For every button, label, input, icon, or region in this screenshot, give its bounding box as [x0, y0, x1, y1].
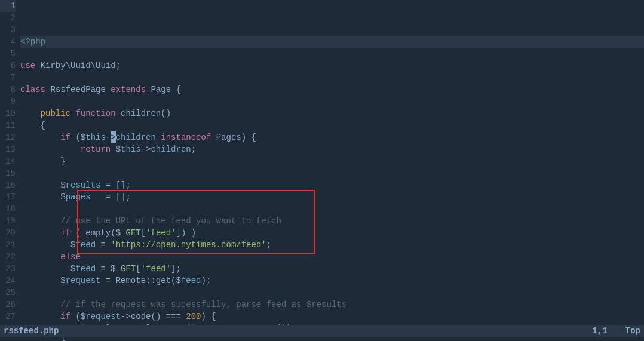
code-line[interactable]: if ($this->children instanceof Pages) {	[20, 131, 644, 143]
line-number: 22	[0, 251, 16, 263]
status-cursor-pos: 1,1	[593, 325, 608, 337]
line-number: 11	[0, 119, 16, 131]
code-line[interactable]: $results = [];	[20, 179, 644, 191]
line-number: 16	[0, 179, 16, 191]
code-line[interactable]	[20, 203, 644, 215]
line-number: 21	[0, 239, 16, 251]
line-number: 4	[0, 36, 16, 48]
line-number: 1	[0, 0, 16, 12]
code-line[interactable]: class RssfeedPage extends Page {	[20, 84, 644, 96]
code-line[interactable]: return $this->children;	[20, 143, 644, 155]
line-number: 13	[0, 143, 16, 155]
code-line[interactable]	[20, 96, 644, 107]
code-line[interactable]: $feed = 'https://open.nytimes.com/feed';	[20, 239, 644, 251]
code-line[interactable]: else	[20, 251, 644, 263]
code-area[interactable]: <?phpuse Kirby\Uuid\Uuid;class RssfeedPa…	[20, 0, 644, 325]
line-number: 18	[0, 203, 16, 215]
code-line[interactable]: {	[20, 119, 644, 131]
line-number: 10	[0, 107, 16, 119]
code-line[interactable]: use Kirby\Uuid\Uuid;	[20, 60, 644, 72]
line-number: 26	[0, 299, 16, 311]
line-number: 8	[0, 84, 16, 96]
code-line[interactable]: <?php	[20, 36, 644, 48]
line-number: 20	[0, 227, 16, 239]
line-number-gutter: 1234567891011121314151617181920212223242…	[0, 0, 20, 325]
line-number: 27	[0, 311, 16, 322]
line-number: 23	[0, 263, 16, 275]
line-number: 24	[0, 275, 16, 287]
status-filename: rssfeed.php	[4, 325, 59, 337]
line-number: 9	[0, 96, 16, 107]
code-line[interactable]	[20, 48, 644, 60]
code-line[interactable]: public function children()	[20, 107, 644, 119]
status-scroll: Top	[625, 325, 640, 337]
line-number: 19	[0, 215, 16, 227]
code-line[interactable]	[20, 287, 644, 299]
code-editor[interactable]: 1234567891011121314151617181920212223242…	[0, 0, 644, 325]
code-line[interactable]: // if the request was sucessfully, parse…	[20, 299, 644, 311]
line-number: 2	[0, 12, 16, 24]
code-line[interactable]	[20, 167, 644, 179]
line-number: 3	[0, 24, 16, 36]
line-number: 15	[0, 167, 16, 179]
code-line[interactable]: // use the URL of the feed you want to f…	[20, 215, 644, 227]
line-number: 6	[0, 60, 16, 72]
line-number: 12	[0, 131, 16, 143]
code-line[interactable]	[20, 72, 644, 84]
code-line[interactable]: if ($request->code() === 200) {	[20, 311, 644, 322]
line-number: 14	[0, 155, 16, 167]
code-line[interactable]: $pages = [];	[20, 191, 644, 203]
code-line[interactable]: if ( empty($_GET['feed']) )	[20, 227, 644, 239]
line-number: 25	[0, 287, 16, 299]
code-line[interactable]: }	[20, 155, 644, 167]
line-number: 7	[0, 72, 16, 84]
cursor: >	[111, 131, 115, 143]
code-line[interactable]: $feed = $_GET['feed'];	[20, 263, 644, 275]
line-number: 17	[0, 191, 16, 203]
code-line[interactable]: $request = Remote::get($feed);	[20, 275, 644, 287]
line-number: 5	[0, 48, 16, 60]
status-bar: rssfeed.php 1,1 Top	[0, 325, 644, 337]
